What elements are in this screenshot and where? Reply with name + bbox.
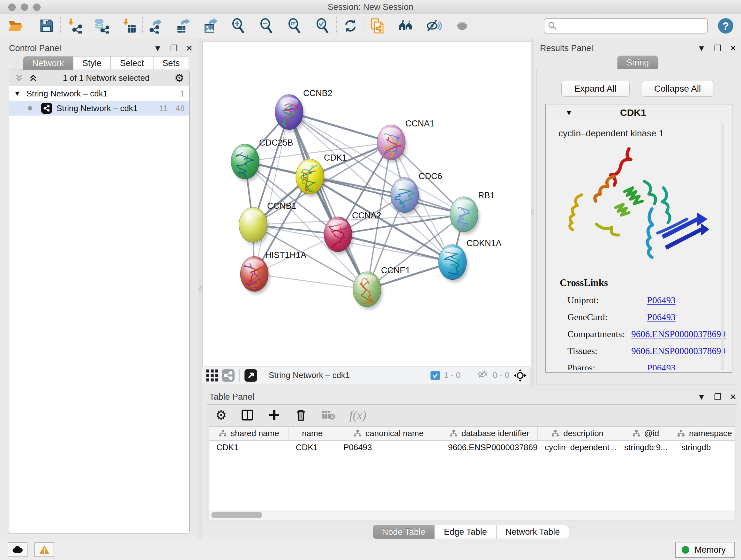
column-header[interactable]: name bbox=[289, 427, 336, 440]
control-panel-float-icon[interactable]: ❐ bbox=[170, 44, 178, 53]
table-panel-float-icon[interactable]: ❐ bbox=[714, 392, 721, 402]
zoom-selected-icon[interactable] bbox=[315, 17, 331, 34]
search-input[interactable] bbox=[557, 21, 704, 31]
crosslink-tissues[interactable]: 9606.ENSP00000378699 bbox=[631, 346, 726, 356]
control-panel-collapse-icon[interactable]: ▼ bbox=[153, 44, 162, 53]
duplicate-network-icon[interactable] bbox=[369, 17, 386, 34]
table-row[interactable]: CDK1 CDK1 P06493 9606.ENSP00000378699 cy… bbox=[209, 441, 735, 454]
left-splitter[interactable] bbox=[199, 38, 202, 539]
network-node-HIST1H1A[interactable]: HIST1H1A bbox=[240, 250, 307, 299]
selected-counts: 1 - 0 bbox=[444, 370, 461, 380]
control-panel-tabs: Network Style Select Sets bbox=[23, 56, 189, 70]
node-label-CCNA1: CCNA1 bbox=[405, 119, 434, 128]
show-columns-icon[interactable] bbox=[241, 409, 254, 422]
collection-name: String Network – cdk1 bbox=[26, 89, 108, 99]
network-row[interactable]: String Network – cdk1 11 48 bbox=[9, 101, 189, 116]
column-header[interactable]: canonical name bbox=[336, 427, 441, 440]
network-node-CCNA1[interactable]: CCNA1 bbox=[377, 119, 434, 174]
network-node-RB1[interactable]: RB1 bbox=[450, 191, 495, 242]
network-canvas[interactable]: CCNB2CCNA1CDC25BCDK1CDC6RB1CCNB1CCNA2CDK… bbox=[202, 42, 531, 367]
birds-eye-view-icon[interactable] bbox=[513, 368, 527, 382]
tab-select[interactable]: Select bbox=[111, 56, 153, 70]
protein-name: CDK1 bbox=[573, 107, 693, 118]
crosslinks-title: CrossLinks bbox=[560, 277, 726, 289]
delete-column-icon[interactable] bbox=[294, 409, 307, 422]
expand-all-networks-icon[interactable] bbox=[28, 73, 38, 83]
control-panel-close-icon[interactable]: ✕ bbox=[186, 44, 193, 53]
network-node-CCNE1[interactable]: CCNE1 bbox=[353, 266, 410, 320]
expand-all-button[interactable]: Expand All bbox=[561, 81, 630, 97]
network-edge[interactable] bbox=[289, 112, 367, 289]
table-horizontal-scrollbar[interactable] bbox=[209, 510, 735, 520]
crosslink-uniprot[interactable]: P06493 bbox=[647, 295, 676, 306]
protein-card-header[interactable]: ▼ CDK1 bbox=[546, 105, 732, 121]
network-node-CCNA2[interactable]: CCNA2 bbox=[324, 211, 381, 258]
warning-status-button[interactable] bbox=[35, 543, 54, 557]
zoom-out-icon[interactable] bbox=[259, 17, 275, 34]
selected-checkbox-icon[interactable] bbox=[430, 371, 440, 380]
save-session-icon[interactable] bbox=[38, 17, 55, 34]
zoom-in-icon[interactable] bbox=[230, 17, 247, 34]
tab-network[interactable]: Network bbox=[23, 56, 73, 70]
string-network-graph[interactable]: CCNB2CCNA1CDC25BCDK1CDC6RB1CCNB1CCNA2CDK… bbox=[203, 42, 530, 366]
add-column-icon[interactable] bbox=[268, 409, 280, 422]
column-header[interactable]: database identifier bbox=[441, 427, 538, 440]
import-network-file-icon[interactable] bbox=[66, 17, 82, 34]
network-options-gear-icon[interactable]: ⚙ bbox=[175, 71, 184, 84]
tab-edge-table[interactable]: Edge Table bbox=[434, 525, 496, 539]
scrollbar-thumb[interactable] bbox=[211, 512, 262, 518]
network-share-view-icon[interactable] bbox=[221, 369, 235, 382]
collapse-all-button[interactable]: Collapse All bbox=[641, 81, 714, 97]
import-table-file-icon[interactable] bbox=[121, 17, 137, 34]
collection-expand-icon[interactable]: ▼ bbox=[14, 89, 21, 98]
tab-sets[interactable]: Sets bbox=[153, 56, 189, 70]
table-panel-collapse-icon[interactable]: ▼ bbox=[697, 392, 705, 402]
crosslink-label: Uniprot: bbox=[560, 295, 647, 306]
tab-style[interactable]: Style bbox=[73, 56, 111, 70]
network-node-CDKN1A[interactable]: CDKN1A bbox=[439, 239, 502, 283]
export-image-icon[interactable] bbox=[203, 17, 219, 34]
collapse-all-networks-icon[interactable] bbox=[14, 73, 24, 83]
network-edge[interactable] bbox=[254, 112, 289, 274]
help-button[interactable]: ? bbox=[718, 18, 733, 34]
results-panel-float-icon[interactable]: ❐ bbox=[714, 44, 721, 53]
crosslink-compartments[interactable]: 9606.ENSP00000378699 bbox=[631, 329, 726, 339]
column-header[interactable]: description bbox=[538, 427, 617, 440]
show-all-icon[interactable] bbox=[454, 17, 470, 34]
crosslink-genecard[interactable]: P06493 bbox=[647, 312, 676, 322]
tab-string[interactable]: String bbox=[617, 56, 658, 70]
network-node-CDC25B[interactable]: CDC25B bbox=[231, 138, 293, 190]
results-panel-collapse-icon[interactable]: ▼ bbox=[697, 44, 705, 53]
tab-network-table[interactable]: Network Table bbox=[496, 525, 569, 539]
open-session-icon[interactable] bbox=[7, 17, 23, 34]
column-header[interactable]: namespace bbox=[674, 427, 735, 440]
first-neighbors-icon[interactable] bbox=[398, 17, 414, 34]
export-network-icon[interactable] bbox=[148, 17, 165, 34]
grid-view-icon[interactable] bbox=[205, 369, 219, 382]
detach-view-icon[interactable] bbox=[244, 369, 258, 382]
network-status-dot bbox=[28, 106, 32, 111]
column-header[interactable]: shared name bbox=[209, 427, 289, 440]
network-edge[interactable] bbox=[254, 274, 367, 289]
memory-button[interactable]: Memory bbox=[675, 542, 735, 558]
results-panel-close-icon[interactable]: ✕ bbox=[730, 44, 737, 53]
table-panel-close-icon[interactable]: ✕ bbox=[730, 392, 737, 402]
refresh-icon[interactable] bbox=[342, 17, 359, 34]
network-edge-count: 48 bbox=[176, 104, 185, 113]
export-table-icon[interactable] bbox=[176, 17, 192, 34]
column-header[interactable]: @id bbox=[617, 427, 674, 440]
network-collection-row[interactable]: ▼ String Network – cdk1 1 bbox=[9, 86, 189, 101]
results-scrollbar[interactable] bbox=[721, 123, 724, 370]
search-field[interactable] bbox=[544, 18, 708, 34]
import-network-database-icon[interactable] bbox=[93, 17, 110, 34]
hide-selected-icon[interactable] bbox=[426, 17, 442, 34]
tab-node-table[interactable]: Node Table bbox=[373, 525, 434, 539]
crosslink-pharos[interactable]: P06493 bbox=[647, 363, 676, 370]
table-toolbar: ⚙ f(x) bbox=[207, 405, 737, 426]
network-view-panel: CCNB2CCNA1CDC25BCDK1CDC6RB1CCNB1CCNA2CDK… bbox=[202, 38, 530, 388]
protein-card-expand-icon[interactable]: ▼ bbox=[565, 108, 573, 117]
cloud-status-button[interactable] bbox=[8, 543, 27, 557]
zoom-fit-icon[interactable] bbox=[286, 17, 303, 34]
collection-count: 1 bbox=[180, 89, 185, 99]
table-options-gear-icon[interactable]: ⚙ bbox=[215, 408, 227, 422]
